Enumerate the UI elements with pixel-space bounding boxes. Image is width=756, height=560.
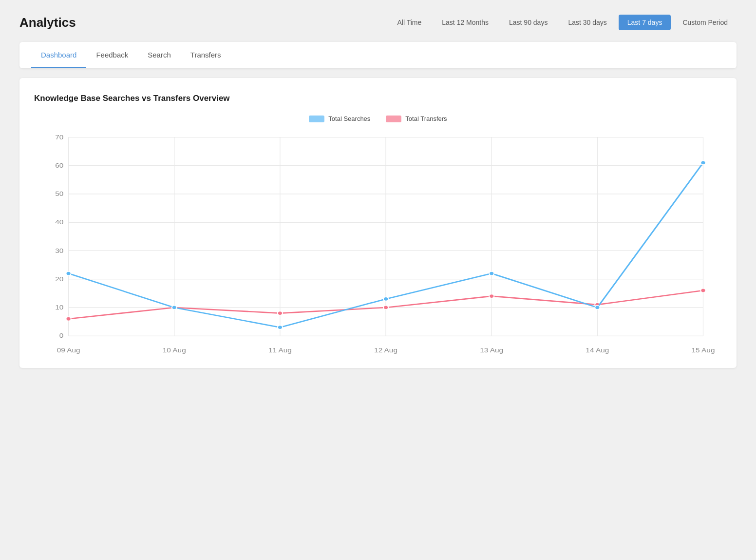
- svg-point-33: [383, 306, 388, 309]
- filter-30-days[interactable]: Last 30 days: [559, 15, 615, 30]
- page-title: Analytics: [19, 15, 76, 30]
- svg-text:30: 30: [55, 247, 63, 254]
- svg-point-37: [66, 271, 71, 275]
- svg-text:11 Aug: 11 Aug: [268, 347, 292, 353]
- svg-point-43: [700, 161, 705, 165]
- tab-transfers[interactable]: Transfers: [181, 42, 231, 68]
- legend-transfers-label: Total Transfers: [405, 115, 447, 122]
- svg-text:70: 70: [55, 134, 63, 140]
- svg-text:10 Aug: 10 Aug: [163, 347, 186, 353]
- transfers-swatch: [386, 116, 401, 122]
- svg-point-39: [278, 326, 283, 329]
- svg-text:0: 0: [59, 332, 64, 339]
- legend-searches: Total Searches: [309, 115, 370, 122]
- svg-text:14 Aug: 14 Aug: [586, 347, 609, 353]
- legend-transfers: Total Transfers: [386, 115, 447, 122]
- svg-text:13 Aug: 13 Aug: [480, 347, 503, 353]
- filter-all-time[interactable]: All Time: [388, 15, 430, 30]
- tab-feedback[interactable]: Feedback: [86, 42, 138, 68]
- svg-text:10: 10: [55, 304, 63, 311]
- svg-point-30: [66, 317, 71, 321]
- tab-search[interactable]: Search: [138, 42, 181, 68]
- svg-point-36: [700, 289, 705, 292]
- chart-container: 01020304050607009 Aug10 Aug11 Aug12 Aug1…: [34, 132, 722, 356]
- svg-text:09 Aug: 09 Aug: [57, 347, 80, 353]
- svg-point-40: [383, 297, 388, 301]
- svg-text:50: 50: [55, 191, 63, 197]
- chart-legend: Total Searches Total Transfers: [34, 115, 722, 122]
- svg-point-42: [595, 306, 600, 309]
- svg-point-38: [172, 306, 177, 309]
- time-filter-bar: All Time Last 12 Months Last 90 days Las…: [388, 15, 737, 30]
- filter-7-days[interactable]: Last 7 days: [619, 15, 671, 30]
- tab-dashboard[interactable]: Dashboard: [31, 42, 86, 68]
- svg-text:40: 40: [55, 219, 63, 226]
- filter-custom-period[interactable]: Custom Period: [674, 15, 737, 30]
- svg-point-34: [489, 294, 494, 298]
- filter-12-months[interactable]: Last 12 Months: [433, 15, 497, 30]
- legend-searches-label: Total Searches: [328, 115, 370, 122]
- filter-90-days[interactable]: Last 90 days: [500, 15, 556, 30]
- svg-text:15 Aug: 15 Aug: [692, 347, 715, 353]
- tabs-card: Dashboard Feedback Search Transfers: [19, 42, 737, 68]
- tabs-bar: Dashboard Feedback Search Transfers: [19, 42, 737, 68]
- chart-title: Knowledge Base Searches vs Transfers Ove…: [34, 94, 722, 103]
- svg-text:20: 20: [55, 275, 63, 282]
- line-chart: 01020304050607009 Aug10 Aug11 Aug12 Aug1…: [34, 132, 722, 356]
- chart-card: Knowledge Base Searches vs Transfers Ove…: [19, 78, 737, 368]
- svg-point-41: [489, 271, 494, 275]
- svg-text:12 Aug: 12 Aug: [374, 347, 397, 353]
- svg-point-32: [278, 311, 283, 315]
- svg-text:60: 60: [55, 162, 63, 169]
- searches-swatch: [309, 116, 324, 122]
